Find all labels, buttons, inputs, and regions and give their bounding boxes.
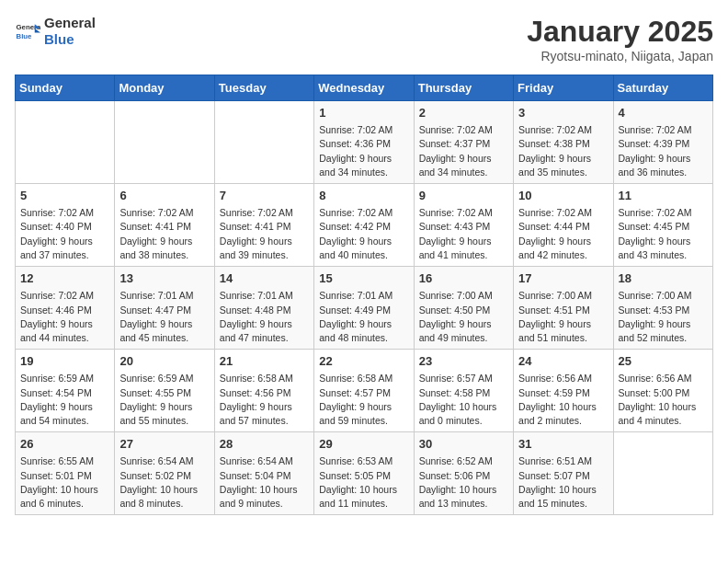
calendar-cell xyxy=(115,101,214,184)
day-number: 21 xyxy=(220,353,309,370)
weekday-header-tuesday: Tuesday xyxy=(214,75,313,101)
calendar-cell xyxy=(214,101,313,184)
day-number: 27 xyxy=(119,436,209,453)
page-title: January 2025 xyxy=(527,15,713,49)
svg-text:Blue: Blue xyxy=(17,32,33,40)
day-info: Sunrise: 6:56 AM Sunset: 5:00 PM Dayligh… xyxy=(619,372,708,428)
calendar-cell: 25Sunrise: 6:56 AM Sunset: 5:00 PM Dayli… xyxy=(613,350,712,432)
week-row-5: 26Sunrise: 6:55 AM Sunset: 5:01 PM Dayli… xyxy=(16,432,713,515)
day-info: Sunrise: 7:02 AM Sunset: 4:41 PM Dayligh… xyxy=(119,206,209,262)
day-number: 20 xyxy=(119,353,209,370)
calendar-header: SundayMondayTuesdayWednesdayThursdayFrid… xyxy=(16,75,713,101)
day-number: 13 xyxy=(119,270,209,287)
day-number: 1 xyxy=(319,105,408,121)
day-info: Sunrise: 6:57 AM Sunset: 4:58 PM Dayligh… xyxy=(419,372,508,428)
day-info: Sunrise: 7:02 AM Sunset: 4:42 PM Dayligh… xyxy=(319,206,408,262)
week-row-3: 12Sunrise: 7:02 AM Sunset: 4:46 PM Dayli… xyxy=(16,267,713,350)
day-number: 7 xyxy=(220,188,309,204)
day-number: 15 xyxy=(319,270,408,287)
day-info: Sunrise: 7:02 AM Sunset: 4:41 PM Dayligh… xyxy=(220,206,309,262)
title-block: January 2025 Ryotsu-minato, Niigata, Jap… xyxy=(527,15,713,63)
calendar-cell: 10Sunrise: 7:02 AM Sunset: 4:44 PM Dayli… xyxy=(514,184,613,267)
day-info: Sunrise: 6:58 AM Sunset: 4:57 PM Dayligh… xyxy=(319,372,408,428)
day-info: Sunrise: 7:01 AM Sunset: 4:47 PM Dayligh… xyxy=(119,289,209,345)
calendar-cell: 19Sunrise: 6:59 AM Sunset: 4:54 PM Dayli… xyxy=(16,350,115,432)
day-info: Sunrise: 6:58 AM Sunset: 4:56 PM Dayligh… xyxy=(220,372,309,428)
day-number: 30 xyxy=(419,436,508,453)
calendar-cell: 15Sunrise: 7:01 AM Sunset: 4:49 PM Dayli… xyxy=(314,267,414,350)
weekday-header-thursday: Thursday xyxy=(414,75,513,101)
weekday-header-friday: Friday xyxy=(514,75,613,101)
calendar-cell xyxy=(16,101,115,184)
logo-general: General xyxy=(44,15,96,31)
calendar-cell: 14Sunrise: 7:01 AM Sunset: 4:48 PM Dayli… xyxy=(214,267,313,350)
day-number: 16 xyxy=(419,270,508,287)
day-number: 4 xyxy=(619,105,708,121)
day-info: Sunrise: 7:02 AM Sunset: 4:36 PM Dayligh… xyxy=(319,123,408,179)
weekday-header-saturday: Saturday xyxy=(613,75,712,101)
calendar-cell: 5Sunrise: 7:02 AM Sunset: 4:40 PM Daylig… xyxy=(16,184,115,267)
calendar-cell: 16Sunrise: 7:00 AM Sunset: 4:50 PM Dayli… xyxy=(414,267,513,350)
page-header: General Blue General Blue January 2025 R… xyxy=(15,15,713,63)
calendar-table: SundayMondayTuesdayWednesdayThursdayFrid… xyxy=(15,75,713,515)
day-number: 31 xyxy=(518,436,608,453)
day-number: 5 xyxy=(20,188,109,204)
day-number: 3 xyxy=(518,105,608,121)
week-row-2: 5Sunrise: 7:02 AM Sunset: 4:40 PM Daylig… xyxy=(16,184,713,267)
day-info: Sunrise: 6:55 AM Sunset: 5:01 PM Dayligh… xyxy=(20,454,109,511)
day-info: Sunrise: 6:54 AM Sunset: 5:02 PM Dayligh… xyxy=(119,454,209,511)
calendar-cell: 3Sunrise: 7:02 AM Sunset: 4:38 PM Daylig… xyxy=(514,101,613,184)
day-info: Sunrise: 6:59 AM Sunset: 4:55 PM Dayligh… xyxy=(119,372,209,428)
day-info: Sunrise: 6:53 AM Sunset: 5:05 PM Dayligh… xyxy=(319,454,408,511)
day-info: Sunrise: 7:02 AM Sunset: 4:40 PM Dayligh… xyxy=(20,206,109,262)
day-number: 24 xyxy=(518,353,608,370)
day-number: 18 xyxy=(619,270,708,287)
weekday-header-monday: Monday xyxy=(115,75,214,101)
calendar-cell: 6Sunrise: 7:02 AM Sunset: 4:41 PM Daylig… xyxy=(115,184,214,267)
weekday-row: SundayMondayTuesdayWednesdayThursdayFrid… xyxy=(16,75,713,101)
calendar-cell: 12Sunrise: 7:02 AM Sunset: 4:46 PM Dayli… xyxy=(16,267,115,350)
day-number: 11 xyxy=(619,188,708,204)
day-info: Sunrise: 7:02 AM Sunset: 4:46 PM Dayligh… xyxy=(20,289,109,345)
day-info: Sunrise: 7:02 AM Sunset: 4:44 PM Dayligh… xyxy=(518,206,608,262)
calendar-body: 1Sunrise: 7:02 AM Sunset: 4:36 PM Daylig… xyxy=(16,101,713,515)
day-number: 12 xyxy=(20,270,109,287)
calendar-cell: 8Sunrise: 7:02 AM Sunset: 4:42 PM Daylig… xyxy=(314,184,414,267)
calendar-cell: 30Sunrise: 6:52 AM Sunset: 5:06 PM Dayli… xyxy=(414,432,513,515)
calendar-cell: 7Sunrise: 7:02 AM Sunset: 4:41 PM Daylig… xyxy=(214,184,313,267)
calendar-cell: 4Sunrise: 7:02 AM Sunset: 4:39 PM Daylig… xyxy=(613,101,712,184)
day-info: Sunrise: 6:56 AM Sunset: 4:59 PM Dayligh… xyxy=(518,372,608,428)
calendar-cell: 20Sunrise: 6:59 AM Sunset: 4:55 PM Dayli… xyxy=(115,350,214,432)
day-info: Sunrise: 7:02 AM Sunset: 4:38 PM Dayligh… xyxy=(518,123,608,179)
logo-icon: General Blue xyxy=(15,18,40,44)
calendar-cell: 29Sunrise: 6:53 AM Sunset: 5:05 PM Dayli… xyxy=(314,432,414,515)
calendar-cell: 1Sunrise: 7:02 AM Sunset: 4:36 PM Daylig… xyxy=(314,101,414,184)
calendar-cell: 17Sunrise: 7:00 AM Sunset: 4:51 PM Dayli… xyxy=(514,267,613,350)
day-info: Sunrise: 6:59 AM Sunset: 4:54 PM Dayligh… xyxy=(20,372,109,428)
calendar-cell xyxy=(613,432,712,515)
weekday-header-wednesday: Wednesday xyxy=(314,75,414,101)
calendar-cell: 2Sunrise: 7:02 AM Sunset: 4:37 PM Daylig… xyxy=(414,101,513,184)
calendar-cell: 13Sunrise: 7:01 AM Sunset: 4:47 PM Dayli… xyxy=(115,267,214,350)
day-number: 10 xyxy=(518,188,608,204)
week-row-4: 19Sunrise: 6:59 AM Sunset: 4:54 PM Dayli… xyxy=(16,350,713,432)
day-info: Sunrise: 7:02 AM Sunset: 4:43 PM Dayligh… xyxy=(419,206,508,262)
day-number: 25 xyxy=(619,353,708,370)
day-number: 6 xyxy=(119,188,209,204)
day-number: 14 xyxy=(220,270,309,287)
day-info: Sunrise: 6:52 AM Sunset: 5:06 PM Dayligh… xyxy=(419,454,508,511)
day-number: 26 xyxy=(20,436,109,453)
day-info: Sunrise: 7:02 AM Sunset: 4:39 PM Dayligh… xyxy=(619,123,708,179)
day-number: 23 xyxy=(419,353,508,370)
day-number: 9 xyxy=(419,188,508,204)
day-number: 22 xyxy=(319,353,408,370)
day-number: 17 xyxy=(518,270,608,287)
calendar-cell: 22Sunrise: 6:58 AM Sunset: 4:57 PM Dayli… xyxy=(314,350,414,432)
day-info: Sunrise: 7:00 AM Sunset: 4:50 PM Dayligh… xyxy=(419,289,508,345)
calendar-cell: 27Sunrise: 6:54 AM Sunset: 5:02 PM Dayli… xyxy=(115,432,214,515)
day-info: Sunrise: 6:51 AM Sunset: 5:07 PM Dayligh… xyxy=(518,454,608,511)
calendar-cell: 9Sunrise: 7:02 AM Sunset: 4:43 PM Daylig… xyxy=(414,184,513,267)
page-subtitle: Ryotsu-minato, Niigata, Japan xyxy=(527,49,713,63)
calendar-cell: 21Sunrise: 6:58 AM Sunset: 4:56 PM Dayli… xyxy=(214,350,313,432)
day-number: 28 xyxy=(220,436,309,453)
